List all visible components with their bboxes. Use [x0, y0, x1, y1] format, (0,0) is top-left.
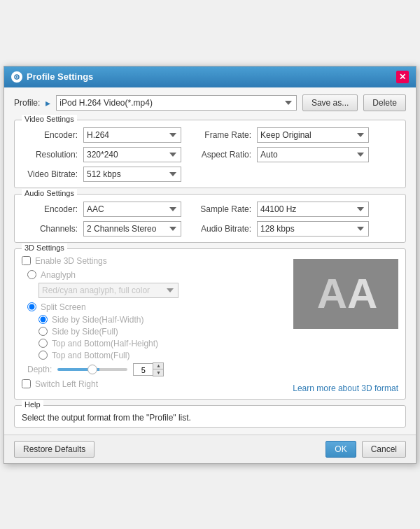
threed-settings-section: 3D Settings Enable 3D Settings Anaglyph	[14, 248, 406, 400]
split-screen-row: Split Screen	[27, 302, 290, 312]
anaglyph-type-select[interactable]: Red/cyan anaglyph, full color	[38, 283, 178, 298]
help-text: Select the output format from the "Profi…	[22, 413, 398, 423]
threed-settings-title: 3D Settings	[22, 244, 67, 252]
aspect-ratio-label: Aspect Ratio:	[195, 150, 251, 160]
threed-settings-inner: Enable 3D Settings Anaglyph Red/cyan ana…	[22, 256, 398, 393]
resolution-select[interactable]: 320*240	[83, 147, 181, 162]
audio-bitrate-col: Audio Bitrate: 128 kbps	[195, 221, 369, 237]
audio-settings-title: Audio Settings	[22, 189, 77, 197]
audio-row-2: Channels: 2 Channels Stereo Audio Bitrat…	[22, 221, 398, 237]
aa-left: A	[317, 269, 344, 318]
anaglyph-label[interactable]: Anaglyph	[41, 270, 76, 280]
channels-select[interactable]: 2 Channels Stereo	[83, 221, 181, 237]
depth-label: Depth:	[27, 365, 52, 374]
frame-rate-select[interactable]: Keep Original	[257, 127, 369, 143]
video-bitrate-label: Video Bitrate:	[22, 169, 78, 179]
help-section: Help Select the output format from the "…	[14, 405, 406, 428]
delete-button[interactable]: Delete	[363, 94, 406, 111]
aspect-ratio-select[interactable]: Auto	[257, 147, 369, 162]
threed-left: Enable 3D Settings Anaglyph Red/cyan ana…	[22, 256, 290, 393]
split-option-3-radio[interactable]	[38, 339, 48, 348]
aa-right: A	[347, 269, 374, 318]
enable-3d-label[interactable]: Enable 3D Settings	[35, 256, 107, 266]
split-option-1-label: Side by Side(Half-Width)	[52, 315, 144, 325]
split-option-2-label: Side by Side(Full)	[52, 327, 118, 337]
profile-row: Profile: ▸ iPod H.264 Video(*.mp4) Save …	[14, 94, 406, 111]
anaglyph-radio[interactable]	[27, 270, 36, 279]
profile-arrow-icon: ▸	[46, 97, 50, 108]
sample-rate-col: Sample Rate: 44100 Hz	[195, 202, 369, 217]
resolution-label: Resolution:	[22, 150, 78, 160]
sample-rate-select[interactable]: 44100 Hz	[257, 202, 369, 217]
settings-icon	[11, 71, 22, 83]
aa-preview: A A	[293, 259, 398, 329]
title-bar: Profile Settings ✕	[4, 66, 416, 87]
switch-left-right-row: Switch Left Right	[22, 379, 290, 389]
depth-spinbox: 5 ▲ ▼	[133, 362, 164, 376]
frame-rate-col: Frame Rate: Keep Original	[195, 127, 369, 143]
channels-col: Channels: 2 Channels Stereo	[22, 221, 181, 237]
aa-text: A A	[317, 269, 375, 318]
audio-bitrate-select[interactable]: 128 kbps	[257, 221, 369, 237]
video-bitrate-select[interactable]: 512 kbps	[83, 167, 181, 182]
profile-select[interactable]: iPod H.264 Video(*.mp4)	[56, 95, 297, 111]
aspect-ratio-col: Aspect Ratio: Auto	[195, 147, 369, 162]
split-screen-label[interactable]: Split Screen	[41, 302, 86, 312]
threed-right: A A Learn more about 3D format	[290, 256, 398, 393]
title-bar-left: Profile Settings	[11, 71, 93, 83]
profile-settings-dialog: Profile Settings ✕ Profile: ▸ iPod H.264…	[4, 66, 416, 464]
video-row-2: Resolution: 320*240 Aspect Ratio: Auto	[22, 147, 398, 162]
audio-encoder-col: Encoder: AAC	[22, 202, 181, 217]
depth-row: Depth: 5 ▲ ▼	[27, 362, 290, 376]
profile-label: Profile:	[14, 98, 40, 108]
dialog-content: Profile: ▸ iPod H.264 Video(*.mp4) Save …	[4, 87, 416, 435]
anaglyph-row: Anaglyph	[27, 270, 290, 280]
split-option-4-radio[interactable]	[38, 351, 48, 360]
sample-rate-label: Sample Rate:	[195, 204, 251, 214]
channels-label: Channels:	[22, 224, 78, 234]
frame-rate-label: Frame Rate:	[195, 130, 251, 140]
split-option-3-row: Top and Bottom(Half-Height)	[38, 339, 290, 348]
ok-button[interactable]: OK	[326, 441, 356, 458]
split-option-3-label: Top and Bottom(Half-Height)	[52, 339, 158, 348]
encoder-col: Encoder: H.264	[22, 127, 181, 143]
enable-3d-checkbox[interactable]	[22, 256, 31, 265]
split-option-1-radio[interactable]	[38, 315, 48, 324]
switch-left-right-checkbox[interactable]	[22, 379, 31, 388]
audio-settings-inner: Encoder: AAC Sample Rate: 44100 Hz	[22, 202, 398, 237]
cancel-button[interactable]: Cancel	[362, 441, 406, 458]
audio-settings-section: Audio Settings Encoder: AAC Sample Rate:…	[14, 194, 406, 243]
dialog-title: Profile Settings	[27, 71, 93, 82]
depth-slider[interactable]	[57, 368, 127, 371]
video-settings-inner: Encoder: H.264 Frame Rate: Keep Original	[22, 127, 398, 182]
encoder-label: Encoder:	[22, 130, 78, 140]
footer-right: OK Cancel	[326, 441, 406, 458]
audio-encoder-label: Encoder:	[22, 204, 78, 214]
audio-row-1: Encoder: AAC Sample Rate: 44100 Hz	[22, 202, 398, 217]
split-option-2-radio[interactable]	[38, 327, 48, 336]
split-option-4-row: Top and Bottom(Full)	[38, 351, 290, 360]
encoder-select[interactable]: H.264	[83, 127, 181, 143]
depth-value: 5	[133, 363, 153, 376]
split-option-2-row: Side by Side(Full)	[38, 327, 290, 337]
help-title: Help	[22, 400, 43, 409]
svg-point-1	[16, 76, 18, 77]
depth-arrows: ▲ ▼	[153, 362, 164, 376]
switch-left-right-label[interactable]: Switch Left Right	[35, 379, 98, 389]
audio-encoder-select[interactable]: AAC	[83, 202, 181, 217]
audio-bitrate-label: Audio Bitrate:	[195, 224, 251, 234]
threed-content: Enable 3D Settings Anaglyph Red/cyan ana…	[22, 256, 398, 393]
split-option-4-label: Top and Bottom(Full)	[52, 351, 130, 360]
split-option-1-row: Side by Side(Half-Width)	[38, 315, 290, 325]
enable-3d-row: Enable 3D Settings	[22, 256, 290, 266]
restore-defaults-button[interactable]: Restore Defaults	[14, 441, 94, 458]
learn-more-link[interactable]: Learn more about 3D format	[293, 383, 398, 393]
save-as-button[interactable]: Save as...	[302, 94, 358, 111]
resolution-col: Resolution: 320*240	[22, 147, 181, 162]
close-button[interactable]: ✕	[396, 71, 409, 83]
depth-up-arrow[interactable]: ▲	[153, 363, 163, 369]
split-screen-radio[interactable]	[27, 302, 36, 311]
depth-down-arrow[interactable]: ▼	[153, 369, 163, 376]
video-settings-section: Video Settings Encoder: H.264 Frame Rate…	[14, 120, 406, 188]
video-row-3: Video Bitrate: 512 kbps	[22, 167, 398, 182]
